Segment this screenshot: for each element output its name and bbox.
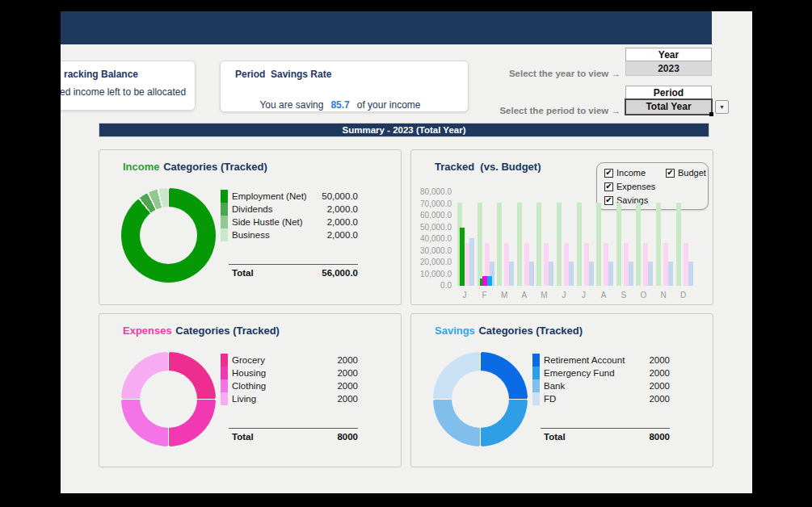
x-axis-month-label: O (633, 291, 653, 300)
panel-title: Expenses Categories (Tracked) (123, 325, 280, 337)
bar-savings-budget- (509, 262, 514, 286)
total-divider (229, 264, 358, 265)
legend-color-swatch (221, 392, 228, 405)
total-label: Total (544, 432, 566, 442)
card-body-text: You are saving85.7of your income (238, 88, 420, 122)
legend-category-value: 2000 (649, 355, 670, 365)
legend-checkbox-savings[interactable]: ✔ Savings (604, 195, 648, 205)
savings-rate-prefix: You are saving (259, 99, 323, 111)
x-axis-month-label: J (554, 291, 574, 300)
income-panel: Income Categories (Tracked) Employment (… (99, 149, 402, 305)
legend-color-strip (221, 354, 228, 405)
legend-row: FD2000 (544, 392, 670, 405)
legend-color-swatch (221, 367, 228, 379)
legend-category-label: Emergency Fund (544, 368, 615, 378)
y-axis-tick-label: 30,000.0 (413, 246, 452, 255)
bar-income-budget- (616, 203, 621, 286)
year-select-label: Select the year to view → (378, 69, 621, 78)
legend-row: Living2000 (232, 392, 358, 405)
x-axis-month-label: M (494, 291, 514, 300)
legend-category-label: Employment (Net) (232, 191, 307, 201)
bar-savings-budget- (608, 262, 613, 286)
bar-savings-budget- (549, 262, 553, 286)
checkbox-checked-icon[interactable]: ✔ (604, 196, 613, 205)
total-row: Total 8000 (544, 432, 670, 442)
legend-category-label: Retirement Account (544, 355, 625, 365)
checkbox-checked-icon[interactable]: ✔ (604, 169, 613, 178)
checkbox-checked-icon[interactable]: ✔ (604, 182, 613, 191)
donut-hole (452, 371, 509, 428)
legend-category-value: 2000 (649, 368, 670, 378)
period-column-header: Period (625, 86, 712, 99)
total-label: Total (232, 268, 254, 278)
legend-color-swatch (532, 379, 540, 392)
legend-category-label: Living (232, 394, 256, 404)
bar-income-budget- (577, 203, 582, 286)
legend-category-value: 2000 (337, 394, 358, 404)
bar-savings-budget- (688, 262, 693, 286)
expenses-panel: Expenses Categories (Tracked) Grocery200… (99, 313, 402, 467)
bar-income-budget- (497, 203, 502, 286)
legend-label: Budget (678, 168, 706, 178)
legend-row: Dividends2,000.0 (232, 203, 358, 216)
savings-rate-value: 85.7 (330, 99, 349, 111)
panel-title-rest: Categories (Tracked) (175, 325, 280, 337)
legend-row: Emergency Fund2000 (544, 367, 670, 379)
legend-category-value: 2000 (649, 394, 670, 404)
dashboard-page: racking Balance ed income left to be all… (0, 0, 812, 507)
legend-color-swatch (221, 203, 228, 216)
legend-color-swatch (532, 354, 540, 367)
legend-checkbox-income[interactable]: ✔ Income (604, 168, 646, 178)
year-column-header: Year (625, 48, 712, 61)
legend-color-swatch (532, 367, 540, 379)
x-axis-month-label: J (574, 291, 594, 300)
legend-row: Clothing2000 (232, 379, 358, 392)
y-axis-tick-label: 40,000.0 (413, 234, 452, 243)
legend-category-value: 2000 (649, 381, 670, 391)
legend-category-value: 2000 (337, 355, 358, 365)
legend-row: Side Hustle (Net)2,000.0 (232, 216, 358, 228)
tracked-vs-budget-panel: Tracked (vs. Budget) ✔ Income ✔ Budget ✔… (410, 149, 713, 305)
year-value-cell[interactable]: 2023 (625, 61, 712, 76)
legend-category-label: Business (232, 230, 270, 240)
bar-income-budget- (557, 203, 562, 286)
panel-title-accent: Expenses (123, 325, 172, 337)
legend-category-label: Housing (232, 368, 266, 378)
x-axis-month-label: M (534, 291, 553, 300)
period-dropdown-button[interactable]: ▼ (715, 100, 729, 114)
total-row: Total 8000 (232, 432, 358, 442)
period-value-cell[interactable]: Total Year (625, 98, 713, 115)
legend-category-label: Side Hustle (Net) (232, 217, 303, 227)
x-axis-month-label: J (455, 291, 474, 300)
checkbox-checked-icon[interactable]: ✔ (666, 169, 675, 178)
legend-color-swatch (221, 354, 228, 367)
donut-hole (140, 371, 197, 428)
legend-category-value: 2,000.0 (327, 204, 358, 214)
panel-title-accent: Savings (435, 325, 475, 337)
period-select-label: Select the period to view → (378, 106, 621, 115)
total-divider (229, 428, 358, 429)
x-axis-month-label: F (475, 291, 494, 300)
bar-income-budget- (656, 203, 661, 286)
bar-savings-budget- (629, 262, 633, 286)
y-axis-tick-label: 60,000.0 (413, 211, 452, 220)
legend-category-value: 2000 (337, 381, 358, 391)
legend-checkbox-expenses[interactable]: ✔ Expenses (604, 182, 655, 191)
bar-savings-budget- (589, 262, 594, 286)
x-axis-month-label: D (674, 291, 693, 300)
legend-row: Retirement Account2000 (544, 354, 670, 367)
bar-income-budget- (536, 203, 541, 286)
legend-label: Expenses (616, 182, 655, 191)
legend-checkbox-budget[interactable]: ✔ Budget (666, 168, 706, 178)
total-row: Total 56,000.0 (232, 268, 358, 278)
total-value: 56,000.0 (322, 268, 358, 278)
income-donut-chart (121, 188, 216, 283)
total-value: 8000 (649, 432, 670, 442)
bar-income-budget- (676, 203, 681, 286)
legend-category-label: Bank (544, 381, 565, 391)
category-legend: Employment (Net)50,000.0Dividends2,000.0… (232, 190, 358, 241)
expenses-donut-chart (121, 352, 216, 446)
legend-color-swatch (221, 216, 228, 228)
legend-category-value: 2,000.0 (327, 217, 358, 227)
chevron-down-icon: ▼ (719, 104, 725, 110)
